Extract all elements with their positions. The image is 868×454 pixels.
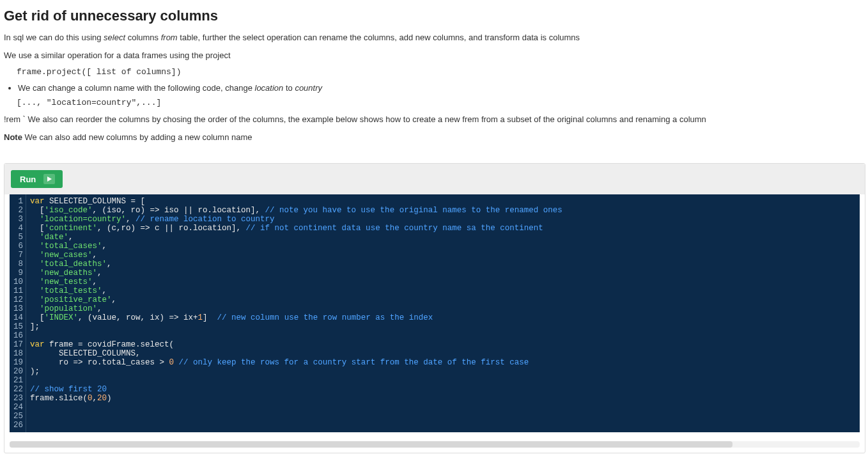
em-location: location bbox=[255, 83, 284, 93]
horizontal-scrollbar[interactable] bbox=[10, 441, 860, 448]
line-gutter: 1234567891011121314151617181920212223242… bbox=[10, 194, 26, 432]
bullet-list: We can change a column name with the fol… bbox=[18, 83, 865, 93]
text: to bbox=[283, 83, 295, 93]
code-snippet-1: frame.project([ list of columns]) bbox=[17, 67, 865, 77]
svg-marker-0 bbox=[47, 176, 52, 182]
note-label: Note bbox=[4, 132, 22, 142]
text: In sql we can do this using bbox=[4, 33, 104, 42]
run-button-label: Run bbox=[20, 175, 36, 184]
list-item: We can change a column name with the fol… bbox=[18, 83, 865, 93]
note-text: We can also add new columns by adding a … bbox=[22, 132, 252, 142]
code-body[interactable]: var SELECTED_COLUMNS = [ ['iso_code', (i… bbox=[26, 194, 860, 432]
text: columns bbox=[125, 33, 161, 42]
paragraph-1: In sql we can do this using select colum… bbox=[4, 32, 865, 43]
text: table, further the select operation can … bbox=[178, 33, 580, 42]
cell-toolbar: Run bbox=[4, 164, 865, 194]
code-cell: Run 123456789101112131415161718192021222… bbox=[4, 163, 865, 453]
code-snippet-2: [..., "location=country",...] bbox=[17, 98, 865, 107]
em-from: from bbox=[161, 33, 178, 42]
paragraph-note: Note We can also add new columns by addi… bbox=[4, 132, 865, 143]
em-country: country bbox=[295, 83, 322, 93]
code-editor[interactable]: 1234567891011121314151617181920212223242… bbox=[10, 194, 860, 432]
paragraph-2: We use a similar operation for a data fr… bbox=[4, 50, 865, 61]
paragraph-3: !rem ` We also can reorder the columns b… bbox=[4, 114, 865, 125]
page-title: Get rid of unnecessary columns bbox=[4, 8, 865, 24]
scrollbar-thumb[interactable] bbox=[10, 441, 732, 448]
text: We can change a column name with the fol… bbox=[18, 83, 255, 93]
run-button[interactable]: Run bbox=[11, 170, 63, 188]
play-icon bbox=[43, 174, 55, 184]
em-select: select bbox=[104, 33, 125, 42]
